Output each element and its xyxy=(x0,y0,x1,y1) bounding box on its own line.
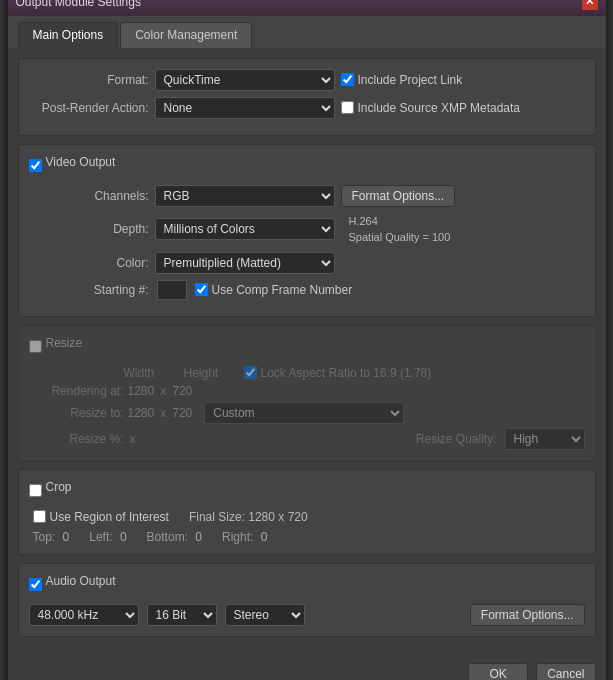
window-title: Output Module Settings xyxy=(16,0,141,9)
close-button[interactable]: ✕ xyxy=(582,0,598,10)
format-options-button[interactable]: Format Options... xyxy=(341,185,456,207)
tab-color-management[interactable]: Color Management xyxy=(120,22,252,48)
h264-info: H.264 Spatial Quality = 100 xyxy=(349,213,451,246)
audio-output-toggle[interactable]: Audio Output xyxy=(29,574,116,596)
right-label: Right: 0 xyxy=(222,530,267,544)
crop-section: Crop Use Region of Interest Final Size: … xyxy=(18,469,596,555)
cancel-button[interactable]: Cancel xyxy=(536,663,595,681)
use-comp-frame-label[interactable]: Use Comp Frame Number xyxy=(195,283,353,297)
resize-pct-label: Resize %: xyxy=(39,432,124,446)
left-value: 0 xyxy=(120,530,127,544)
post-render-label: Post-Render Action: xyxy=(29,101,149,115)
resize-to-label: Resize to: xyxy=(39,406,124,420)
depth-select[interactable]: Millions of Colors xyxy=(155,218,335,240)
video-output-toggle[interactable]: Video Output xyxy=(29,155,116,177)
rendering-w: 1280 xyxy=(128,384,155,398)
resize-pct-row: Resize %: x Resize Quality: High xyxy=(29,428,585,450)
audio-output-header: Audio Output xyxy=(29,574,585,596)
khz-select[interactable]: 48.000 kHz xyxy=(29,604,139,626)
resize-to-select[interactable]: Custom xyxy=(204,402,404,424)
tabs-bar: Main Options Color Management xyxy=(8,16,606,48)
audio-format-options-button[interactable]: Format Options... xyxy=(470,604,585,626)
stereo-select[interactable]: Stereo xyxy=(225,604,305,626)
include-project-link-checkbox[interactable] xyxy=(341,73,354,86)
channels-label: Channels: xyxy=(29,189,149,203)
starting-label: Starting #: xyxy=(29,283,149,297)
resize-quality-select[interactable]: High xyxy=(505,428,585,450)
resize-to-h: 720 xyxy=(172,406,192,420)
resize-to-row: Resize to: 1280 x 720 Custom xyxy=(29,402,585,424)
resize-headers-row: Width Height Lock Aspect Ratio to 16:9 (… xyxy=(29,366,585,380)
bottom-label: Bottom: 0 xyxy=(147,530,202,544)
resize-pct-x: x xyxy=(130,432,136,446)
tab-main-options[interactable]: Main Options xyxy=(18,22,119,48)
right-value: 0 xyxy=(261,530,268,544)
include-project-link-label[interactable]: Include Project Link xyxy=(341,73,463,87)
use-comp-frame-checkbox[interactable] xyxy=(195,283,208,296)
ok-button[interactable]: OK xyxy=(468,663,528,681)
rendering-x-sep: x xyxy=(160,384,166,398)
crop-toggle[interactable]: Crop xyxy=(29,480,72,502)
crop-roi-row: Use Region of Interest Final Size: 1280 … xyxy=(29,510,585,524)
channels-select[interactable]: RGB xyxy=(155,185,335,207)
starting-input[interactable]: 0 xyxy=(157,280,187,300)
lock-aspect-label[interactable]: Lock Aspect Ratio to 16:9 (1.78) xyxy=(244,366,432,380)
audio-row: 48.000 kHz 16 Bit Stereo Format Options.… xyxy=(29,604,585,626)
bit-select[interactable]: 16 Bit xyxy=(147,604,217,626)
rendering-at-label: Rendering at: xyxy=(39,384,124,398)
audio-output-checkbox[interactable] xyxy=(29,578,42,591)
width-header: Width xyxy=(124,366,184,380)
rendering-at-row: Rendering at: 1280 x 720 xyxy=(29,384,585,398)
include-xmp-checkbox[interactable] xyxy=(341,101,354,114)
post-render-select[interactable]: None xyxy=(155,97,335,119)
resize-to-w: 1280 xyxy=(128,406,155,420)
depth-row: Depth: Millions of Colors H.264 Spatial … xyxy=(29,213,585,246)
resize-section: Resize Width Height Lock Aspect Ratio to… xyxy=(18,325,596,461)
bottom-value: 0 xyxy=(195,530,202,544)
post-render-row: Post-Render Action: None Include Source … xyxy=(29,97,585,119)
top-value: 0 xyxy=(63,530,70,544)
crop-values-row: Top: 0 Left: 0 Bottom: 0 Right: 0 xyxy=(29,530,585,544)
rendering-h: 720 xyxy=(172,384,192,398)
height-header: Height xyxy=(184,366,244,380)
resize-to-x-sep: x xyxy=(160,406,166,420)
depth-label: Depth: xyxy=(29,222,149,236)
resize-header: Resize xyxy=(29,336,585,358)
crop-checkbox[interactable] xyxy=(29,484,42,497)
lock-aspect-checkbox[interactable] xyxy=(244,366,257,379)
use-roi-label[interactable]: Use Region of Interest xyxy=(33,510,169,524)
starting-row: Starting #: 0 Use Comp Frame Number xyxy=(29,280,585,300)
title-bar: Output Module Settings ✕ xyxy=(8,0,606,16)
final-size-text: Final Size: 1280 x 720 xyxy=(189,510,308,524)
format-select[interactable]: QuickTime xyxy=(155,69,335,91)
video-output-section: Video Output Channels: RGB Format Option… xyxy=(18,144,596,317)
resize-toggle[interactable]: Resize xyxy=(29,336,83,358)
main-content: Format: QuickTime Include Project Link P… xyxy=(8,48,606,655)
format-row: Format: QuickTime Include Project Link xyxy=(29,69,585,91)
video-output-header: Video Output xyxy=(29,155,585,177)
top-label: Top: 0 xyxy=(33,530,70,544)
resize-quality-label: Resize Quality: xyxy=(416,432,497,446)
footer: OK Cancel xyxy=(8,655,606,681)
channels-row: Channels: RGB Format Options... xyxy=(29,185,585,207)
format-label: Format: xyxy=(29,73,149,87)
output-module-settings-window: Output Module Settings ✕ Main Options Co… xyxy=(7,0,607,680)
color-label: Color: xyxy=(29,256,149,270)
color-row: Color: Premultiplied (Matted) xyxy=(29,252,585,274)
video-output-checkbox[interactable] xyxy=(29,159,42,172)
crop-header: Crop xyxy=(29,480,585,502)
left-label: Left: 0 xyxy=(89,530,126,544)
resize-checkbox[interactable] xyxy=(29,340,42,353)
color-select[interactable]: Premultiplied (Matted) xyxy=(155,252,335,274)
format-section: Format: QuickTime Include Project Link P… xyxy=(18,58,596,136)
include-xmp-label[interactable]: Include Source XMP Metadata xyxy=(341,101,521,115)
use-roi-checkbox[interactable] xyxy=(33,510,46,523)
audio-output-section: Audio Output 48.000 kHz 16 Bit Stereo Fo… xyxy=(18,563,596,637)
